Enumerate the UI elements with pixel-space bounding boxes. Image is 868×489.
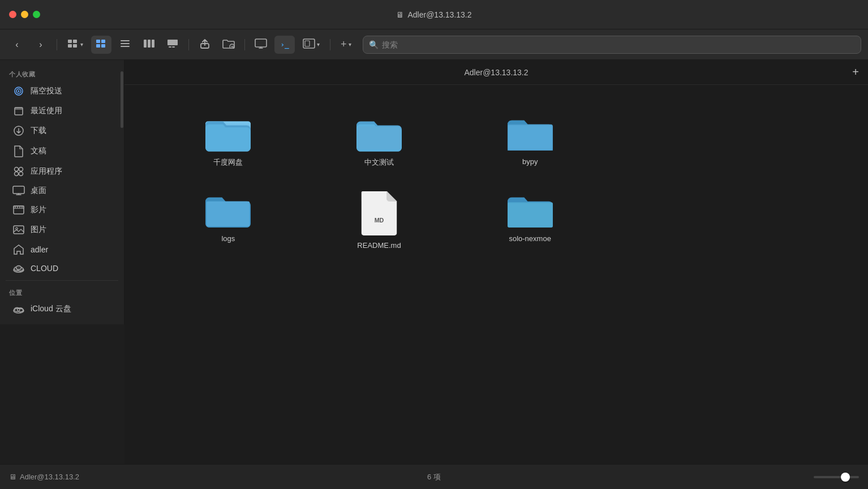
preview-button[interactable]: ▾	[298, 36, 324, 54]
svg-rect-4	[96, 40, 100, 43]
file-item-solo[interactable]: solo-nexmoe	[460, 185, 600, 255]
content-area: Adler@13.13.13.2 +	[124, 60, 868, 464]
file-label-qiandu: 千度网盘	[213, 157, 243, 168]
svg-point-45	[16, 266, 22, 270]
svg-point-25	[18, 91, 20, 92]
share-icon	[200, 38, 210, 52]
terminal-button[interactable]: ›_	[274, 36, 295, 54]
folder-icon-solo	[508, 190, 553, 229]
svg-rect-55	[207, 201, 250, 226]
maximize-button[interactable]	[33, 11, 40, 18]
sidebar-label-documents: 文稿	[31, 146, 46, 156]
sidebar-item-recent[interactable]: 最近使用	[3, 101, 121, 121]
sidebar-item-movies[interactable]: 影片	[3, 200, 121, 220]
file-label-bypy: bypy	[522, 157, 538, 166]
search-input[interactable]	[382, 40, 855, 49]
content-add-button[interactable]: +	[852, 66, 859, 79]
sidebar-label-movies: 影片	[31, 205, 46, 215]
share-button[interactable]	[195, 36, 215, 54]
svg-rect-40	[14, 226, 24, 234]
search-icon: 🔍	[369, 40, 379, 49]
svg-rect-8	[121, 40, 130, 41]
svg-rect-7	[101, 44, 105, 48]
svg-rect-22	[305, 41, 310, 46]
recent-icon	[12, 105, 25, 117]
title-label: Adler@13.13.13.2	[407, 10, 471, 19]
view-list-button[interactable]	[115, 36, 135, 54]
status-slider[interactable]	[814, 476, 859, 478]
minimize-button[interactable]	[21, 11, 28, 18]
view-cover-button[interactable]	[162, 36, 183, 54]
sidebar-item-cloud[interactable]: CLOUD	[3, 260, 121, 277]
airdrop-icon	[12, 85, 25, 97]
list-icon	[120, 39, 130, 50]
sidebar-scrollbar[interactable]	[121, 71, 123, 128]
separator-2	[188, 39, 189, 50]
cloud-sidebar-icon	[12, 264, 25, 273]
sidebar-item-desktop[interactable]: 桌面	[3, 182, 121, 200]
view-grid-dropdown-button[interactable]: ▾	[63, 36, 88, 54]
file-label-solo: solo-nexmoe	[509, 234, 551, 243]
file-item-logs[interactable]: logs	[158, 185, 298, 255]
status-server-icon: 🖥	[9, 473, 16, 481]
view-columns-button[interactable]	[139, 36, 159, 54]
status-server-label: Adler@13.13.13.2	[20, 473, 79, 481]
svg-rect-51	[358, 126, 401, 149]
downloads-icon	[12, 125, 25, 136]
sidebar-item-icloud[interactable]: iCloud 云盘	[3, 300, 121, 318]
sidebar-item-documents[interactable]: 文稿	[3, 141, 121, 161]
back-button[interactable]: ‹	[7, 36, 27, 54]
folder-action-button[interactable]: ⊞	[218, 36, 239, 54]
add-button[interactable]: + ▾	[336, 36, 356, 54]
separator-3	[244, 39, 245, 50]
forward-icon: ›	[39, 40, 42, 50]
sidebar-label-pictures: 图片	[31, 225, 46, 235]
view-grid-button[interactable]	[91, 36, 111, 54]
window-title: 🖥 Adler@13.13.13.2	[396, 10, 471, 19]
md-file-icon: MD	[360, 190, 398, 235]
content-header: Adler@13.13.13.2 +	[124, 60, 868, 85]
cover-icon	[167, 39, 178, 50]
svg-point-30	[19, 168, 23, 171]
file-item-zhongwen[interactable]: 中文测试	[310, 108, 449, 173]
file-item-bypy[interactable]: bypy	[460, 108, 600, 173]
sidebar-item-downloads[interactable]: 下载	[3, 121, 121, 140]
status-server: 🖥 Adler@13.13.13.2	[9, 473, 79, 481]
svg-point-29	[15, 168, 19, 171]
svg-rect-12	[148, 40, 151, 48]
desktop-icon	[12, 186, 25, 196]
sidebar-item-pictures[interactable]: 图片	[3, 220, 121, 239]
search-bar[interactable]: 🔍	[363, 36, 861, 54]
sidebar-label-adler: adler	[31, 245, 48, 254]
preview-dropdown-arrow: ▾	[317, 41, 320, 48]
applications-icon	[12, 166, 25, 177]
file-item-qiandu[interactable]: 千度网盘	[158, 108, 298, 173]
separator-1	[57, 39, 57, 50]
sidebar-label-recent: 最近使用	[31, 106, 62, 116]
file-label-zhongwen: 中文测试	[364, 157, 394, 168]
svg-rect-3	[73, 44, 77, 48]
slider-thumb[interactable]	[841, 473, 850, 482]
file-item-readme[interactable]: MD README.md	[310, 185, 449, 255]
status-bar: 🖥 Adler@13.13.13.2 6 项	[0, 464, 868, 489]
title-bar: 🖥 Adler@13.13.13.2	[0, 0, 868, 29]
svg-rect-20	[255, 39, 267, 47]
svg-rect-10	[121, 46, 130, 47]
window-controls	[0, 11, 40, 18]
grid2-icon	[96, 39, 107, 50]
status-count: 6 项	[427, 472, 441, 482]
svg-rect-54	[508, 126, 551, 150]
preview-icon	[303, 38, 315, 51]
forward-button[interactable]: ›	[31, 36, 51, 54]
close-button[interactable]	[9, 11, 16, 18]
folder-icon-zhongwen	[356, 113, 402, 152]
sidebar-item-airdrop[interactable]: 隔空投送	[3, 82, 121, 101]
folder-icon-qiandu	[205, 113, 251, 152]
sidebar-label-downloads: 下载	[31, 126, 46, 136]
folder-icon-logs	[205, 190, 251, 229]
screen-button[interactable]	[251, 36, 271, 54]
sidebar-item-applications[interactable]: 应用程序	[3, 162, 121, 181]
file-grid: 千度网盘 中文测试	[124, 85, 634, 278]
svg-rect-27	[15, 108, 23, 110]
sidebar-item-adler[interactable]: adler	[3, 240, 121, 259]
